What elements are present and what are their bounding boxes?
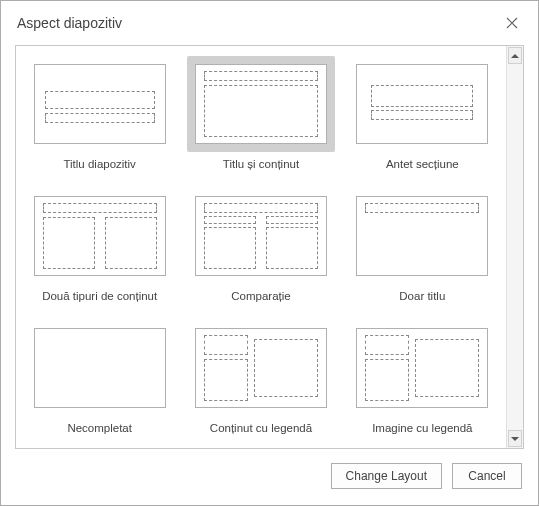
layout-thumb [34, 196, 166, 276]
cancel-button[interactable]: Cancel [452, 463, 522, 489]
layout-label: Titlu și conținut [223, 158, 299, 170]
scroll-up-button[interactable] [508, 47, 522, 64]
layout-picture-caption[interactable]: Imagine cu legendă [347, 320, 498, 434]
layout-label: Comparație [231, 290, 290, 302]
layout-comparison[interactable]: Comparație [185, 188, 336, 302]
dialog-title: Aspect diapozitiv [17, 15, 122, 31]
layout-blank[interactable]: Necompletat [24, 320, 175, 434]
scroll-down-button[interactable] [508, 430, 522, 447]
layout-content-caption[interactable]: Conținut cu legendă [185, 320, 336, 434]
layout-label: Doar titlu [399, 290, 445, 302]
layout-title-content[interactable]: Titlu și conținut [185, 56, 336, 170]
layout-thumb [356, 64, 488, 144]
slide-layout-dialog: Aspect diapozitiv Titlu diapozitiv [0, 0, 539, 506]
layout-label: Conținut cu legendă [210, 422, 312, 434]
layout-label: Necompletat [67, 422, 132, 434]
close-button[interactable] [498, 11, 526, 35]
layout-thumb [356, 328, 488, 408]
layout-title-only[interactable]: Doar titlu [347, 188, 498, 302]
titlebar: Aspect diapozitiv [1, 1, 538, 41]
chevron-down-icon [511, 435, 519, 443]
layout-label: Titlu diapozitiv [63, 158, 135, 170]
layout-thumb [356, 196, 488, 276]
layout-label: Imagine cu legendă [372, 422, 472, 434]
close-icon [506, 17, 518, 29]
chevron-up-icon [511, 52, 519, 60]
layout-thumb [195, 196, 327, 276]
layout-thumb [34, 328, 166, 408]
layouts-scroll: Titlu diapozitiv Titlu și conținut Antet… [16, 46, 506, 448]
dialog-footer: Change Layout Cancel [1, 449, 538, 505]
layout-label: Două tipuri de conținut [42, 290, 157, 302]
layouts-panel: Titlu diapozitiv Titlu și conținut Antet… [15, 45, 524, 449]
layouts-grid: Titlu diapozitiv Titlu și conținut Antet… [24, 56, 498, 434]
change-layout-button[interactable]: Change Layout [331, 463, 442, 489]
layout-thumb [195, 328, 327, 408]
vertical-scrollbar[interactable] [506, 46, 523, 448]
layout-title-slide[interactable]: Titlu diapozitiv [24, 56, 175, 170]
layout-two-content[interactable]: Două tipuri de conținut [24, 188, 175, 302]
layout-thumb [34, 64, 166, 144]
layout-thumb [195, 64, 327, 144]
layout-label: Antet secțiune [386, 158, 459, 170]
layout-section-header[interactable]: Antet secțiune [347, 56, 498, 170]
